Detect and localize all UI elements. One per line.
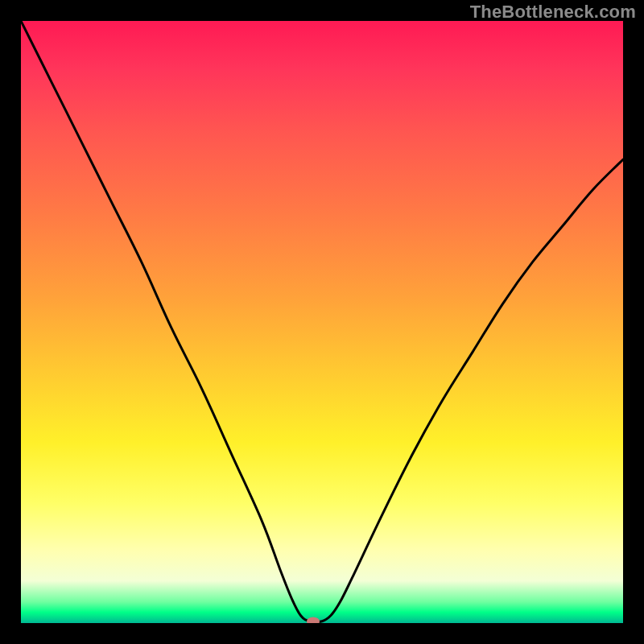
watermark-text: TheBottleneck.com: [470, 2, 636, 23]
plot-area: [21, 21, 623, 623]
chart-container: TheBottleneck.com: [0, 0, 644, 644]
curve-svg: [21, 21, 623, 623]
minimum-marker: [307, 617, 320, 623]
bottleneck-curve-path: [21, 21, 623, 622]
